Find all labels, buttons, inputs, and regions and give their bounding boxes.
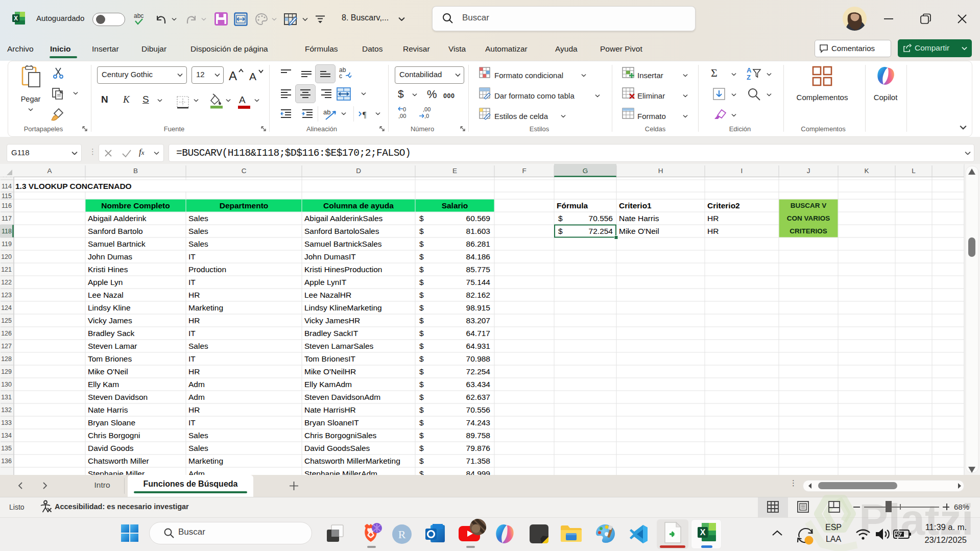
svg-text:¶: ¶ [363, 110, 367, 119]
svg-text:Tom BrionesIT: Tom BrionesIT [304, 354, 355, 363]
svg-text:Apple LynIT: Apple LynIT [304, 278, 347, 286]
svg-text:L: L [912, 167, 916, 175]
svg-text:$: $ [419, 342, 424, 350]
svg-text:$: $ [419, 278, 424, 286]
svg-text:136: 136 [1, 458, 12, 465]
svg-text:Stephanie MillerAdm: Stephanie MillerAdm [304, 469, 377, 475]
svg-text:K: K [864, 167, 869, 175]
svg-text:89.758: 89.758 [466, 431, 490, 440]
svg-text:Salario: Salario [442, 201, 468, 210]
svg-text:Kristi HinesProduction: Kristi HinesProduction [304, 265, 382, 274]
svg-text:Elly KamAdm: Elly KamAdm [304, 380, 352, 389]
svg-text:126: 126 [1, 330, 12, 337]
svg-text:$: $ [419, 367, 424, 376]
svg-text:Bryan Sloane: Bryan Sloane [88, 418, 135, 427]
svg-text:CRITERIOS: CRITERIOS [790, 227, 827, 235]
svg-text:Chatsworth Miller: Chatsworth Miller [88, 457, 149, 465]
svg-text:HR: HR [188, 367, 200, 376]
svg-text:Sales: Sales [188, 431, 208, 440]
svg-text:Criterio2: Criterio2 [707, 201, 740, 210]
svg-text:Lindsy KlineMarketing: Lindsy KlineMarketing [304, 303, 382, 312]
svg-text:132: 132 [1, 406, 12, 414]
svg-text:$: $ [419, 316, 424, 325]
svg-text:Departmento: Departmento [220, 201, 269, 210]
svg-text:c: c [339, 73, 342, 80]
svg-text:Mike O'NeilHR: Mike O'NeilHR [304, 367, 356, 376]
svg-text:HR: HR [707, 214, 719, 223]
svg-text:Steven Lamar: Steven Lamar [88, 342, 137, 350]
svg-text:$: $ [419, 227, 424, 235]
svg-text:$: $ [419, 291, 424, 299]
svg-text:133: 133 [1, 419, 12, 426]
svg-text:$: $ [419, 418, 424, 427]
svg-text:131: 131 [1, 394, 12, 401]
svg-text:135: 135 [1, 445, 12, 452]
svg-text:64.931: 64.931 [466, 342, 490, 350]
svg-text:A: A [249, 70, 256, 82]
svg-text:IT: IT [188, 418, 196, 427]
svg-text:HR: HR [188, 316, 200, 325]
svg-text:Criterio1: Criterio1 [619, 201, 652, 210]
svg-text:A: A [229, 69, 237, 83]
svg-text:$: $ [419, 252, 424, 261]
svg-text:CON VARIOS: CON VARIOS [787, 214, 830, 222]
svg-text:A: A [747, 66, 752, 74]
svg-text:$: $ [419, 265, 424, 274]
svg-text:70.988: 70.988 [466, 354, 490, 363]
svg-text:83.207: 83.207 [466, 316, 490, 325]
svg-text:62.637: 62.637 [466, 393, 490, 401]
svg-text:70.556: 70.556 [466, 405, 490, 414]
svg-text:$: $ [419, 431, 424, 440]
svg-text:John DumasIT: John DumasIT [304, 252, 356, 261]
svg-text:$: $ [419, 354, 424, 363]
svg-text:Marketing: Marketing [188, 457, 223, 465]
svg-text:1.3 VLOOKUP CONCATENADO: 1.3 VLOOKUP CONCATENADO [15, 182, 132, 190]
svg-text:Chatsworth MillerMarketing: Chatsworth MillerMarketing [304, 457, 400, 465]
svg-text:Steven LamarSales: Steven LamarSales [304, 342, 374, 350]
svg-text:Adm: Adm [188, 393, 205, 401]
svg-text:63.434: 63.434 [466, 380, 491, 389]
svg-text:Adm: Adm [188, 469, 205, 475]
svg-text:Sales: Sales [188, 227, 208, 235]
svg-text:Steven DavidsonAdm: Steven DavidsonAdm [304, 393, 380, 401]
svg-text:X: X [14, 15, 18, 22]
svg-text:Bryan SloaneIT: Bryan SloaneIT [304, 418, 359, 427]
svg-text:Sanford Bartolo: Sanford Bartolo [88, 227, 143, 235]
svg-text:81.603: 81.603 [466, 227, 490, 235]
svg-text:Nate Harris: Nate Harris [619, 214, 659, 223]
svg-text:Marketing: Marketing [188, 303, 223, 312]
svg-text:$: $ [419, 239, 424, 248]
svg-text:130: 130 [1, 381, 12, 388]
svg-text:John Dumas: John Dumas [88, 252, 132, 261]
svg-text:C: C [242, 167, 247, 175]
svg-text:82.162: 82.162 [466, 291, 490, 299]
svg-text:$: $ [419, 214, 424, 223]
svg-text:Mike O'Neil: Mike O'Neil [619, 227, 659, 235]
svg-text:122: 122 [1, 279, 12, 286]
svg-text:123: 123 [1, 292, 12, 299]
svg-text:79.876: 79.876 [466, 444, 490, 452]
svg-text:Adm: Adm [188, 380, 205, 389]
svg-text:IT: IT [188, 278, 196, 286]
svg-text:R: R [398, 528, 406, 541]
svg-text:BUSCAR V: BUSCAR V [791, 202, 827, 209]
svg-text:134: 134 [1, 432, 12, 439]
svg-text:0: 0 [403, 106, 406, 112]
svg-text:75.144: 75.144 [466, 278, 491, 286]
svg-text:85.775: 85.775 [466, 265, 490, 274]
svg-text:IT: IT [188, 354, 196, 363]
svg-text:Samuel BartnickSales: Samuel BartnickSales [304, 239, 382, 248]
svg-text:60.569: 60.569 [466, 214, 490, 223]
svg-text:,0: ,0 [424, 113, 429, 119]
svg-text:Sanford BartoloSales: Sanford BartoloSales [304, 227, 379, 235]
svg-text:127: 127 [1, 343, 12, 350]
svg-text:,00: ,00 [423, 106, 431, 112]
svg-text:Chris BorgogniSales: Chris BorgogniSales [304, 431, 377, 440]
svg-text:HR: HR [188, 405, 200, 414]
svg-text:$: $ [419, 329, 424, 338]
svg-text:Lee Nazal: Lee Nazal [88, 291, 124, 299]
svg-text:,00: ,00 [398, 113, 406, 119]
svg-text:Sales: Sales [188, 342, 208, 350]
svg-text:Sales: Sales [188, 444, 208, 452]
svg-text:$: $ [419, 405, 424, 414]
